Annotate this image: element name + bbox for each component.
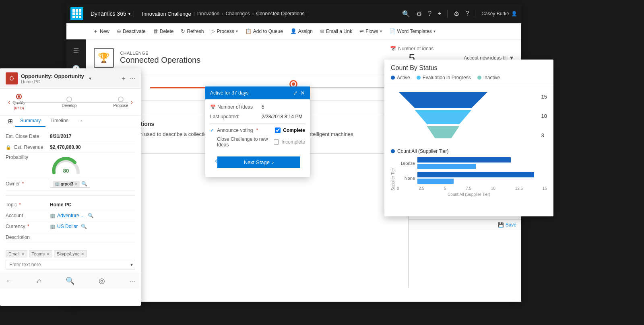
opp-title-area: O Opportunity: Opportunity Home PC ▾ — [6, 72, 91, 84]
popup-next-btn[interactable]: Next Stage › — [217, 156, 300, 168]
cmd-deactivate-btn[interactable]: ⊖ Deactivate — [114, 27, 149, 36]
gear2-btn[interactable]: ⚙ — [454, 10, 459, 18]
account-value-wrap[interactable]: 🏢 Adventure ... 🔍 — [50, 213, 94, 218]
est-revenue-value[interactable]: $2,470,860.00 — [50, 144, 81, 150]
comment-tags: Email ✕ Teams ✕ Skype/Lync ✕ — [6, 250, 135, 257]
popup-close-label: Close Challenge to new Ideas — [217, 136, 271, 148]
est-close-value[interactable]: 8/31/2017 — [50, 134, 71, 139]
app-name[interactable]: Dynamics 365 ▾ — [87, 10, 134, 17]
save-icon: 💾 — [498, 222, 504, 228]
new-tab-btn[interactable]: + — [438, 10, 441, 17]
breadcrumb-challenges[interactable]: Challenges — [226, 11, 250, 16]
skype-tag-remove[interactable]: ✕ — [81, 252, 84, 256]
opp-stage-next[interactable]: › — [128, 99, 135, 106]
sidebar-menu-icon[interactable]: ☰ — [69, 43, 83, 58]
incomplete-checkbox[interactable] — [274, 139, 279, 145]
opp-stage-prev[interactable]: ‹ — [6, 99, 12, 106]
breadcrumb-sep1: | — [194, 11, 195, 16]
teams-tag-remove[interactable]: ✕ — [46, 252, 50, 256]
delete-icon: 🗑 — [153, 28, 158, 34]
currency-value-wrap[interactable]: 🏢 US Dollar 🔍 — [50, 224, 87, 229]
popup-expand-btn[interactable]: ⤢ — [293, 90, 298, 96]
probability-gauge[interactable]: 80 — [50, 154, 82, 175]
popup-nav-row: ‹ Next Stage › — [210, 151, 305, 172]
popup-ideas-field: 📅 Number of ideas 5 — [210, 104, 305, 110]
breadcrumb-arrow1: › — [222, 11, 223, 16]
cmd-word-templates-btn[interactable]: 📄 Word Templates ▾ — [386, 27, 439, 36]
stage-popup: Active for 37 days ⤢ ✕ 📅 Number of ideas… — [205, 86, 310, 177]
opp-tab-summary[interactable]: Summary — [15, 115, 45, 127]
breadcrumb-app-title[interactable]: Innovation Challenge — [142, 11, 191, 17]
settings-nav-btn[interactable]: ⚙ — [416, 10, 422, 18]
currency-field: Currency * 🏢 US Dollar 🔍 — [6, 221, 135, 232]
cmd-delete-btn[interactable]: 🗑 Delete — [150, 27, 177, 36]
popup-actions: ⤢ ✕ — [293, 90, 305, 96]
topic-value[interactable]: Home PC — [50, 202, 71, 208]
chart-title: Count By Status — [391, 64, 547, 72]
opp-title: Opportunity: Opportunity — [21, 73, 84, 79]
waffle-menu[interactable] — [70, 7, 83, 20]
question-btn[interactable]: ? — [465, 10, 469, 17]
opp-search-btn[interactable]: 🔍 — [66, 276, 74, 285]
opp-target-btn[interactable]: ◎ — [99, 276, 105, 285]
bar-row-bronze: Bronze — [397, 157, 547, 169]
comment-input[interactable] — [6, 260, 135, 269]
topic-field: Topic * Home PC — [6, 200, 135, 210]
opp-back-btn[interactable]: ← — [6, 277, 13, 285]
owner-remove-btn[interactable]: ✕ — [74, 182, 78, 186]
opp-more2-btn[interactable]: ··· — [129, 277, 135, 285]
command-bar: ＋ New ⊖ Deactivate 🗑 Delete ↻ Refresh ▷ … — [66, 23, 521, 39]
cmd-email-link-btn[interactable]: ✉ Email a Link — [317, 27, 355, 36]
probability-field: Probability 80 — [6, 153, 135, 177]
opp-dropdown-arrow: ▾ — [89, 76, 91, 81]
cmd-flows-btn[interactable]: ⇌ Flows ▾ — [356, 27, 385, 36]
popup-updated-field: Last updated: 2/28/2018 8:14 PM — [210, 114, 305, 119]
cmd-process-btn[interactable]: ▷ Process ▾ — [208, 27, 241, 36]
popup-ideas-value: 5 — [262, 104, 264, 110]
comment-input-wrap: ▾ — [6, 260, 135, 269]
currency-icon: 🏢 — [50, 224, 56, 229]
opp-tab-timeline[interactable]: Timeline — [45, 115, 73, 127]
account-search-icon[interactable]: 🔍 — [88, 213, 94, 218]
legend-inactive: Inactive — [477, 75, 500, 80]
bronze-label: Bronze — [397, 161, 415, 166]
bronze-bar-dark — [417, 157, 511, 162]
complete-checkbox[interactable] — [275, 128, 281, 133]
opp-home-btn[interactable]: ⌂ — [37, 277, 41, 285]
funnel-val-3: 3 — [541, 132, 547, 138]
skype-tag: Skype/Lync ✕ — [54, 250, 87, 257]
stage-track-inner — [292, 82, 295, 86]
check-mark-icon: ✓ — [210, 127, 215, 133]
funnel-value-labels: 15 10 3 — [541, 89, 547, 141]
opp-add-btn[interactable]: ＋ — [120, 74, 127, 83]
qualify-days: (67 D) — [14, 106, 24, 110]
entity-icon: 🏆 — [94, 48, 114, 68]
breadcrumb-innovation[interactable]: Innovation — [197, 11, 219, 16]
save-button[interactable]: 💾 Save — [498, 222, 516, 228]
opp-grid-icon[interactable]: ⊞ — [6, 115, 15, 127]
svg-marker-2 — [427, 126, 459, 138]
cmd-refresh-btn[interactable]: ↻ Refresh — [178, 27, 207, 36]
opp-more-btn[interactable]: ··· — [130, 74, 135, 83]
email-tag-remove[interactable]: ✕ — [21, 252, 25, 256]
help-nav-btn[interactable]: ? — [428, 10, 431, 17]
bar-rows-wrap: Bronze None 0 2.5 — [397, 157, 547, 191]
currency-label: Currency * — [6, 224, 50, 229]
user-menu[interactable]: Casey Burke 👤 — [481, 11, 517, 16]
save-label: Save — [506, 222, 516, 228]
none-bars — [417, 172, 547, 184]
est-revenue-field: 🔒 Est. Revenue $2,470,860.00 — [6, 142, 135, 153]
owner-input[interactable]: 🏢 grpot3 ✕ 🔍 — [50, 180, 90, 188]
owner-search-icon[interactable]: 🔍 — [81, 181, 87, 187]
process-dropdown-arrow: ▾ — [236, 29, 238, 33]
popup-active-label: Active for 37 days — [210, 90, 248, 96]
cmd-add-queue-btn[interactable]: 📋 Add to Queue — [242, 27, 286, 36]
opp-tab-more[interactable]: ··· — [73, 115, 87, 127]
search-nav-btn[interactable]: 🔍 — [402, 10, 410, 18]
opp-header: O Opportunity: Opportunity Home PC ▾ ＋ ·… — [0, 68, 141, 89]
cmd-assign-btn[interactable]: 👤 Assign — [287, 27, 316, 36]
topic-label: Topic * — [6, 202, 50, 208]
currency-search-icon[interactable]: 🔍 — [81, 224, 87, 229]
popup-close-btn[interactable]: ✕ — [300, 90, 305, 96]
cmd-new-btn[interactable]: ＋ New — [90, 26, 113, 37]
